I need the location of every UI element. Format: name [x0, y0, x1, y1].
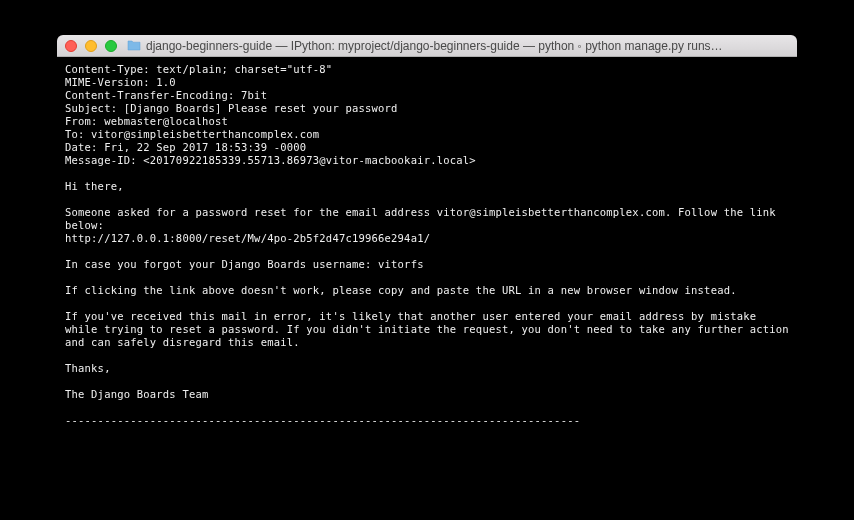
header-subject: Subject: [Django Boards] Please reset yo…: [65, 102, 398, 114]
header-from: From: webmaster@localhost: [65, 115, 228, 127]
header-content-type: Content-Type: text/plain; charset="utf-8…: [65, 63, 332, 75]
signature: The Django Boards Team: [65, 388, 208, 400]
greeting: Hi there,: [65, 180, 124, 192]
window-title: django-beginners-guide — IPython: myproj…: [146, 39, 789, 53]
header-content-transfer-encoding: Content-Transfer-Encoding: 7bit: [65, 89, 267, 101]
header-mime-version: MIME-Version: 1.0: [65, 76, 176, 88]
intro: Someone asked for a password reset for t…: [65, 206, 782, 231]
terminal-body[interactable]: Content-Type: text/plain; charset="utf-8…: [57, 57, 797, 485]
username-reminder: In case you forgot your Django Boards us…: [65, 258, 424, 270]
maximize-icon[interactable]: [105, 40, 117, 52]
header-to: To: vitor@simpleisbetterthancomplex.com: [65, 128, 319, 140]
minimize-icon[interactable]: [85, 40, 97, 52]
error-note: If you've received this mail in error, i…: [65, 310, 795, 348]
terminal-window: django-beginners-guide — IPython: myproj…: [57, 35, 797, 485]
reset-link: http://127.0.0.1:8000/reset/Mw/4po-2b5f2…: [65, 232, 430, 244]
separator: ----------------------------------------…: [65, 414, 580, 426]
folder-icon: [127, 40, 141, 51]
terminal-content: Content-Type: text/plain; charset="utf-8…: [65, 63, 789, 427]
header-date: Date: Fri, 22 Sep 2017 18:53:39 -0000: [65, 141, 306, 153]
header-message-id: Message-ID: <20170922185339.55713.86973@…: [65, 154, 476, 166]
close-icon[interactable]: [65, 40, 77, 52]
thanks: Thanks,: [65, 362, 111, 374]
titlebar[interactable]: django-beginners-guide — IPython: myproj…: [57, 35, 797, 57]
fallback-note: If clicking the link above doesn't work,…: [65, 284, 737, 296]
traffic-lights: [65, 40, 117, 52]
